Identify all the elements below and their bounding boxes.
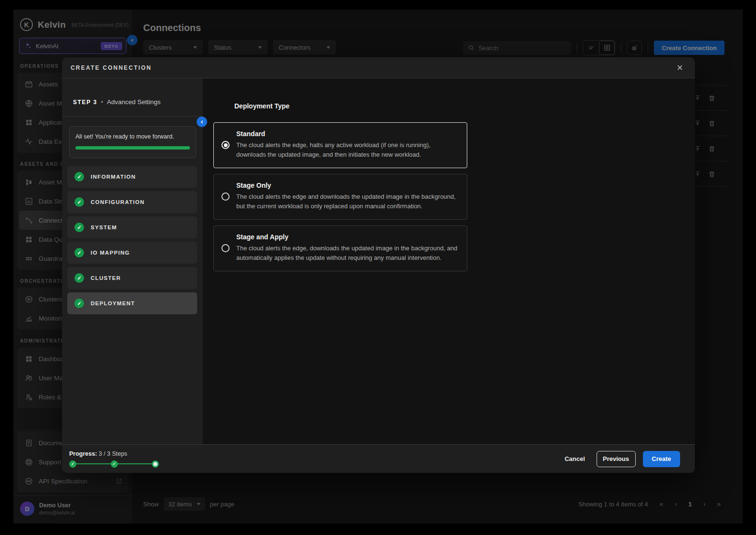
modal-footer: Progress: 3 / 3 Steps Cancel Previous Cr…: [62, 444, 695, 473]
progress-value: 3 / 3 Steps: [99, 450, 127, 457]
wizard-side-panel: STEP 3 • Advanced Settings All set! You'…: [62, 78, 203, 444]
check-icon: [74, 248, 84, 257]
radio-selected-icon[interactable]: [221, 141, 230, 149]
step-connector: [118, 463, 152, 465]
step-done-icon: [111, 460, 118, 468]
create-connection-modal: CREATE CONNECTION STEP 3 • Advanced Sett…: [62, 57, 695, 473]
wizard-content-panel: Deployment Type Standard The cloud alert…: [203, 78, 695, 444]
option-stage-only[interactable]: Stage Only The cloud alerts the edge and…: [213, 174, 467, 220]
radio-icon[interactable]: [221, 193, 230, 201]
checklist-item-configuration[interactable]: CONFIGURATION: [67, 191, 197, 213]
step-current-icon: [152, 460, 159, 468]
step-done-icon: [69, 460, 76, 468]
close-button[interactable]: [676, 64, 683, 71]
checklist-item-cluster[interactable]: CLUSTER: [67, 267, 197, 289]
create-button[interactable]: Create: [643, 451, 680, 467]
step-indicator: STEP 3 • Advanced Settings: [62, 78, 203, 117]
previous-button[interactable]: Previous: [597, 451, 636, 467]
close-icon: [676, 64, 683, 71]
deployment-options: Standard The cloud alerts the edge, halt…: [213, 122, 695, 271]
status-progress-bar: [75, 146, 190, 150]
deployment-type-title: Deployment Type: [234, 102, 695, 110]
checklist-item-io-mapping[interactable]: IO MAPPING: [67, 242, 197, 264]
wizard-checklist: INFORMATION CONFIGURATION SYSTEM IO MAPP…: [67, 166, 197, 314]
modal-title: CREATE CONNECTION: [71, 64, 152, 71]
progress-stepper: [69, 460, 159, 468]
option-standard[interactable]: Standard The cloud alerts the edge, halt…: [213, 122, 467, 168]
chevron-left-icon: [200, 119, 205, 125]
modal-body: STEP 3 • Advanced Settings All set! You'…: [62, 78, 695, 444]
wizard-progress: Progress: 3 / 3 Steps: [69, 450, 193, 468]
status-message: All set! You're ready to move forward.: [75, 133, 190, 140]
option-stage-and-apply[interactable]: Stage and Apply The cloud alerts the edg…: [213, 225, 467, 271]
checklist-item-system[interactable]: SYSTEM: [67, 216, 197, 238]
step-connector: [76, 463, 111, 465]
panel-collapse-button[interactable]: [197, 117, 207, 127]
radio-icon[interactable]: [221, 244, 230, 252]
checklist-item-information[interactable]: INFORMATION: [67, 166, 197, 188]
progress-label: Progress:: [69, 450, 97, 457]
screen: K Kelvin BETA Environment (DEV) KelvinAI…: [0, 0, 756, 535]
check-icon: [74, 223, 84, 232]
check-icon: [74, 299, 84, 308]
checklist-item-deployment[interactable]: DEPLOYMENT: [67, 292, 197, 314]
modal-header: CREATE CONNECTION: [62, 57, 695, 78]
step-separator: •: [101, 99, 103, 106]
check-icon: [74, 172, 84, 182]
step-label: STEP 3: [73, 99, 97, 106]
step-name: Advanced Settings: [107, 98, 161, 106]
check-icon: [74, 273, 84, 283]
wizard-status-card: All set! You're ready to move forward.: [69, 126, 196, 158]
cancel-button[interactable]: Cancel: [565, 455, 585, 462]
check-icon: [74, 197, 84, 207]
modal-actions: Cancel Previous Create: [565, 451, 680, 467]
